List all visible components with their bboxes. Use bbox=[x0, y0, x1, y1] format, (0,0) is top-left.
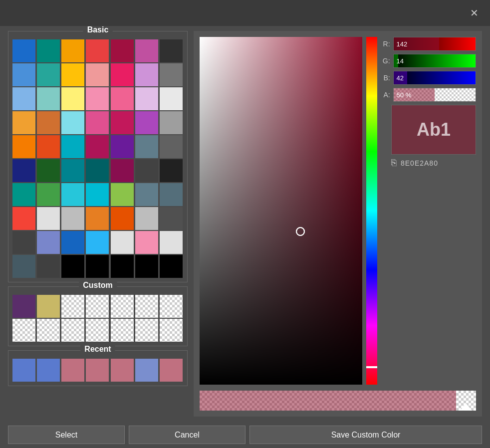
basic-color-cell[interactable] bbox=[61, 231, 84, 254]
basic-color-cell[interactable] bbox=[135, 135, 158, 158]
basic-color-cell[interactable] bbox=[37, 63, 60, 86]
custom-color-cell[interactable] bbox=[135, 319, 158, 342]
basic-color-cell[interactable] bbox=[111, 87, 134, 110]
custom-color-cell[interactable] bbox=[86, 295, 109, 318]
basic-color-cell[interactable] bbox=[111, 39, 134, 62]
custom-color-cell[interactable] bbox=[61, 295, 84, 318]
basic-color-cell[interactable] bbox=[160, 159, 183, 182]
basic-color-cell[interactable] bbox=[111, 135, 134, 158]
basic-color-cell[interactable] bbox=[111, 63, 134, 86]
basic-color-cell[interactable] bbox=[61, 63, 84, 86]
basic-color-cell[interactable] bbox=[86, 135, 109, 158]
basic-color-cell[interactable] bbox=[160, 135, 183, 158]
basic-color-cell[interactable] bbox=[86, 39, 109, 62]
basic-color-cell[interactable] bbox=[135, 207, 158, 230]
b-slider[interactable]: 42 bbox=[393, 71, 476, 85]
basic-color-cell[interactable] bbox=[135, 255, 158, 278]
basic-color-cell[interactable] bbox=[61, 135, 84, 158]
recent-color-cell[interactable] bbox=[12, 359, 35, 382]
basic-color-cell[interactable] bbox=[61, 255, 84, 278]
basic-color-cell[interactable] bbox=[12, 111, 35, 134]
basic-color-cell[interactable] bbox=[111, 111, 134, 134]
custom-color-cell[interactable] bbox=[12, 295, 35, 318]
basic-color-cell[interactable] bbox=[160, 231, 183, 254]
hue-bar[interactable] bbox=[366, 37, 377, 385]
basic-color-cell[interactable] bbox=[86, 255, 109, 278]
basic-color-cell[interactable] bbox=[12, 183, 35, 206]
basic-color-cell[interactable] bbox=[86, 183, 109, 206]
basic-color-cell[interactable] bbox=[135, 111, 158, 134]
basic-color-cell[interactable] bbox=[160, 87, 183, 110]
basic-color-cell[interactable] bbox=[86, 207, 109, 230]
recent-color-cell[interactable] bbox=[160, 359, 183, 382]
basic-color-cell[interactable] bbox=[160, 255, 183, 278]
basic-color-cell[interactable] bbox=[111, 207, 134, 230]
basic-color-cell[interactable] bbox=[12, 63, 35, 86]
basic-color-cell[interactable] bbox=[37, 231, 60, 254]
custom-color-cell[interactable] bbox=[160, 319, 183, 342]
basic-color-cell[interactable] bbox=[111, 231, 134, 254]
copy-icon[interactable]: ⎘ bbox=[391, 158, 397, 168]
basic-color-cell[interactable] bbox=[37, 111, 60, 134]
custom-color-cell[interactable] bbox=[37, 295, 60, 318]
basic-color-cell[interactable] bbox=[86, 231, 109, 254]
basic-color-cell[interactable] bbox=[111, 183, 134, 206]
custom-color-cell[interactable] bbox=[12, 319, 35, 342]
basic-color-cell[interactable] bbox=[61, 111, 84, 134]
basic-color-cell[interactable] bbox=[61, 39, 84, 62]
recent-color-cell[interactable] bbox=[61, 359, 84, 382]
custom-color-cell[interactable] bbox=[61, 319, 84, 342]
basic-color-cell[interactable] bbox=[86, 111, 109, 134]
spectrum-box[interactable] bbox=[200, 37, 362, 385]
basic-color-cell[interactable] bbox=[86, 87, 109, 110]
basic-color-cell[interactable] bbox=[135, 63, 158, 86]
basic-color-cell[interactable] bbox=[86, 159, 109, 182]
basic-color-cell[interactable] bbox=[12, 231, 35, 254]
g-slider[interactable]: 14 bbox=[393, 54, 476, 68]
basic-color-cell[interactable] bbox=[12, 159, 35, 182]
basic-color-cell[interactable] bbox=[37, 183, 60, 206]
basic-color-cell[interactable] bbox=[86, 63, 109, 86]
basic-color-cell[interactable] bbox=[160, 207, 183, 230]
basic-color-cell[interactable] bbox=[37, 39, 60, 62]
basic-color-cell[interactable] bbox=[160, 183, 183, 206]
custom-color-cell[interactable] bbox=[135, 295, 158, 318]
basic-color-cell[interactable] bbox=[37, 159, 60, 182]
basic-color-cell[interactable] bbox=[111, 255, 134, 278]
close-button[interactable]: ✕ bbox=[466, 5, 482, 21]
select-button[interactable]: Select bbox=[8, 426, 125, 444]
basic-color-cell[interactable] bbox=[135, 231, 158, 254]
basic-color-cell[interactable] bbox=[37, 255, 60, 278]
custom-color-cell[interactable] bbox=[37, 319, 60, 342]
basic-color-cell[interactable] bbox=[12, 39, 35, 62]
basic-color-cell[interactable] bbox=[61, 183, 84, 206]
custom-color-cell[interactable] bbox=[160, 295, 183, 318]
basic-color-cell[interactable] bbox=[37, 135, 60, 158]
basic-color-cell[interactable] bbox=[135, 39, 158, 62]
save-custom-color-button[interactable]: Save Custom Color bbox=[249, 426, 482, 444]
basic-color-cell[interactable] bbox=[12, 255, 35, 278]
custom-color-cell[interactable] bbox=[111, 295, 134, 318]
custom-color-cell[interactable] bbox=[111, 319, 134, 342]
basic-color-cell[interactable] bbox=[37, 87, 60, 110]
a-slider[interactable]: 50 % bbox=[393, 88, 476, 102]
basic-color-cell[interactable] bbox=[12, 207, 35, 230]
custom-color-cell[interactable] bbox=[86, 319, 109, 342]
r-slider[interactable]: 142 bbox=[393, 37, 476, 51]
recent-color-cell[interactable] bbox=[86, 359, 109, 382]
cancel-button[interactable]: Cancel bbox=[129, 426, 245, 444]
basic-color-cell[interactable] bbox=[111, 159, 134, 182]
basic-color-cell[interactable] bbox=[61, 207, 84, 230]
basic-color-cell[interactable] bbox=[12, 87, 35, 110]
recent-color-cell[interactable] bbox=[135, 359, 158, 382]
basic-color-cell[interactable] bbox=[160, 63, 183, 86]
basic-color-cell[interactable] bbox=[135, 87, 158, 110]
basic-color-cell[interactable] bbox=[37, 207, 60, 230]
basic-color-cell[interactable] bbox=[61, 159, 84, 182]
basic-color-cell[interactable] bbox=[135, 183, 158, 206]
recent-color-cell[interactable] bbox=[37, 359, 60, 382]
basic-color-cell[interactable] bbox=[12, 135, 35, 158]
recent-color-cell[interactable] bbox=[111, 359, 134, 382]
basic-color-cell[interactable] bbox=[160, 39, 183, 62]
basic-color-cell[interactable] bbox=[160, 111, 183, 134]
